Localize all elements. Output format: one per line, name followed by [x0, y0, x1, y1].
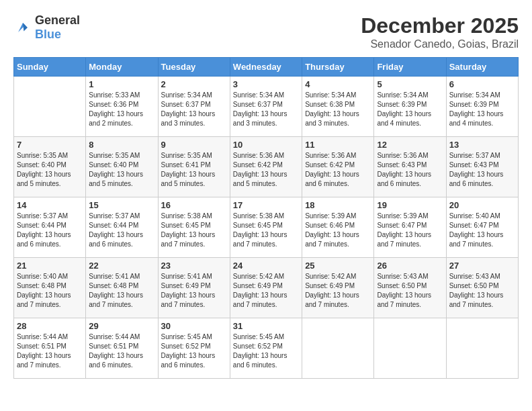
- calendar-cell: 12Sunrise: 5:36 AMSunset: 6:43 PMDayligh…: [374, 137, 446, 197]
- calendar-header-row: SundayMondayTuesdayWednesdayThursdayFrid…: [14, 58, 519, 77]
- header-day-wednesday: Wednesday: [230, 58, 302, 77]
- day-number: 24: [233, 261, 299, 271]
- day-info: Sunrise: 5:41 AMSunset: 6:48 PMDaylight:…: [89, 272, 154, 310]
- logo: General Blue: [13, 13, 80, 42]
- day-number: 3: [233, 79, 299, 89]
- calendar-cell: 27Sunrise: 5:43 AMSunset: 6:50 PMDayligh…: [446, 258, 518, 318]
- day-number: 20: [449, 200, 515, 210]
- day-number: 22: [89, 261, 154, 271]
- logo-text: General Blue: [35, 13, 80, 42]
- header-day-saturday: Saturday: [446, 58, 518, 77]
- day-number: 18: [305, 200, 371, 210]
- day-number: 6: [449, 79, 515, 89]
- calendar-cell: 30Sunrise: 5:45 AMSunset: 6:52 PMDayligh…: [158, 318, 230, 379]
- day-info: Sunrise: 5:39 AMSunset: 6:46 PMDaylight:…: [305, 212, 371, 249]
- day-number: 1: [89, 79, 154, 89]
- calendar-cell: 24Sunrise: 5:42 AMSunset: 6:49 PMDayligh…: [230, 258, 302, 318]
- calendar-week-row: 21Sunrise: 5:40 AMSunset: 6:48 PMDayligh…: [14, 258, 519, 318]
- title-area: December 2025 Senador Canedo, Goias, Bra…: [361, 13, 519, 50]
- day-info: Sunrise: 5:36 AMSunset: 6:42 PMDaylight:…: [305, 151, 371, 189]
- calendar-cell: 14Sunrise: 5:37 AMSunset: 6:44 PMDayligh…: [14, 197, 86, 258]
- calendar-cell: 2Sunrise: 5:34 AMSunset: 6:37 PMDaylight…: [158, 77, 230, 137]
- day-number: 2: [161, 79, 227, 89]
- day-number: 12: [377, 140, 443, 150]
- month-title: December 2025: [361, 13, 519, 38]
- day-number: 16: [161, 200, 227, 210]
- calendar-cell: 11Sunrise: 5:36 AMSunset: 6:42 PMDayligh…: [302, 137, 374, 197]
- day-number: 17: [233, 200, 299, 210]
- day-info: Sunrise: 5:34 AMSunset: 6:39 PMDaylight:…: [377, 91, 443, 128]
- calendar-cell: 28Sunrise: 5:44 AMSunset: 6:51 PMDayligh…: [14, 318, 86, 379]
- day-number: 7: [17, 140, 83, 150]
- day-info: Sunrise: 5:45 AMSunset: 6:52 PMDaylight:…: [233, 332, 299, 370]
- calendar-cell: 29Sunrise: 5:44 AMSunset: 6:51 PMDayligh…: [86, 318, 158, 379]
- day-number: 19: [377, 200, 443, 210]
- svg-marker-1: [23, 23, 28, 32]
- day-number: 26: [377, 261, 443, 271]
- day-number: 31: [233, 321, 299, 331]
- day-info: Sunrise: 5:40 AMSunset: 6:48 PMDaylight:…: [17, 272, 83, 310]
- day-info: Sunrise: 5:36 AMSunset: 6:42 PMDaylight:…: [233, 151, 299, 189]
- calendar-cell: 10Sunrise: 5:36 AMSunset: 6:42 PMDayligh…: [230, 137, 302, 197]
- header-day-monday: Monday: [86, 58, 158, 77]
- day-number: 14: [17, 200, 83, 210]
- day-number: 9: [161, 140, 227, 150]
- day-number: 13: [449, 140, 515, 150]
- calendar-cell: [14, 77, 86, 137]
- day-info: Sunrise: 5:43 AMSunset: 6:50 PMDaylight:…: [449, 272, 515, 310]
- day-info: Sunrise: 5:45 AMSunset: 6:52 PMDaylight:…: [161, 332, 227, 370]
- day-info: Sunrise: 5:34 AMSunset: 6:37 PMDaylight:…: [233, 91, 299, 128]
- calendar-cell: 7Sunrise: 5:35 AMSunset: 6:40 PMDaylight…: [14, 137, 86, 197]
- calendar-cell: 25Sunrise: 5:42 AMSunset: 6:49 PMDayligh…: [302, 258, 374, 318]
- day-info: Sunrise: 5:44 AMSunset: 6:51 PMDaylight:…: [17, 332, 83, 370]
- day-number: 29: [89, 321, 154, 331]
- calendar-cell: 16Sunrise: 5:38 AMSunset: 6:45 PMDayligh…: [158, 197, 230, 258]
- day-number: 30: [161, 321, 227, 331]
- day-number: 10: [233, 140, 299, 150]
- day-info: Sunrise: 5:33 AMSunset: 6:36 PMDaylight:…: [89, 91, 154, 128]
- day-info: Sunrise: 5:34 AMSunset: 6:39 PMDaylight:…: [449, 91, 515, 128]
- calendar-cell: 31Sunrise: 5:45 AMSunset: 6:52 PMDayligh…: [230, 318, 302, 379]
- day-info: Sunrise: 5:36 AMSunset: 6:43 PMDaylight:…: [377, 151, 443, 189]
- calendar-cell: 13Sunrise: 5:37 AMSunset: 6:43 PMDayligh…: [446, 137, 518, 197]
- logo-bird-icon: [13, 18, 32, 37]
- day-number: 27: [449, 261, 515, 271]
- day-info: Sunrise: 5:34 AMSunset: 6:38 PMDaylight:…: [305, 91, 371, 128]
- calendar-week-row: 28Sunrise: 5:44 AMSunset: 6:51 PMDayligh…: [14, 318, 519, 379]
- calendar-cell: 9Sunrise: 5:35 AMSunset: 6:41 PMDaylight…: [158, 137, 230, 197]
- day-info: Sunrise: 5:37 AMSunset: 6:44 PMDaylight:…: [89, 212, 154, 249]
- calendar-cell: 21Sunrise: 5:40 AMSunset: 6:48 PMDayligh…: [14, 258, 86, 318]
- calendar-week-row: 14Sunrise: 5:37 AMSunset: 6:44 PMDayligh…: [14, 197, 519, 258]
- day-number: 25: [305, 261, 371, 271]
- day-number: 28: [17, 321, 83, 331]
- day-info: Sunrise: 5:38 AMSunset: 6:45 PMDaylight:…: [233, 212, 299, 249]
- calendar-cell: 17Sunrise: 5:38 AMSunset: 6:45 PMDayligh…: [230, 197, 302, 258]
- day-number: 21: [17, 261, 83, 271]
- calendar-cell: 18Sunrise: 5:39 AMSunset: 6:46 PMDayligh…: [302, 197, 374, 258]
- header-day-sunday: Sunday: [14, 58, 86, 77]
- day-info: Sunrise: 5:43 AMSunset: 6:50 PMDaylight:…: [377, 272, 443, 310]
- calendar-cell: 4Sunrise: 5:34 AMSunset: 6:38 PMDaylight…: [302, 77, 374, 137]
- calendar-cell: 23Sunrise: 5:41 AMSunset: 6:49 PMDayligh…: [158, 258, 230, 318]
- calendar-cell: 22Sunrise: 5:41 AMSunset: 6:48 PMDayligh…: [86, 258, 158, 318]
- day-info: Sunrise: 5:35 AMSunset: 6:41 PMDaylight:…: [161, 151, 227, 189]
- header-day-thursday: Thursday: [302, 58, 374, 77]
- day-info: Sunrise: 5:37 AMSunset: 6:43 PMDaylight:…: [449, 151, 515, 189]
- day-info: Sunrise: 5:39 AMSunset: 6:47 PMDaylight:…: [377, 212, 443, 249]
- calendar-table: SundayMondayTuesdayWednesdayThursdayFrid…: [13, 57, 519, 379]
- day-number: 8: [89, 140, 154, 150]
- day-info: Sunrise: 5:44 AMSunset: 6:51 PMDaylight:…: [89, 332, 154, 370]
- header-day-friday: Friday: [374, 58, 446, 77]
- calendar-cell: 19Sunrise: 5:39 AMSunset: 6:47 PMDayligh…: [374, 197, 446, 258]
- day-info: Sunrise: 5:35 AMSunset: 6:40 PMDaylight:…: [17, 151, 83, 189]
- day-info: Sunrise: 5:38 AMSunset: 6:45 PMDaylight:…: [161, 212, 227, 249]
- calendar-cell: [446, 318, 518, 379]
- day-info: Sunrise: 5:41 AMSunset: 6:49 PMDaylight:…: [161, 272, 227, 310]
- day-info: Sunrise: 5:35 AMSunset: 6:40 PMDaylight:…: [89, 151, 154, 189]
- calendar-week-row: 7Sunrise: 5:35 AMSunset: 6:40 PMDaylight…: [14, 137, 519, 197]
- calendar-cell: 8Sunrise: 5:35 AMSunset: 6:40 PMDaylight…: [86, 137, 158, 197]
- calendar-cell: 5Sunrise: 5:34 AMSunset: 6:39 PMDaylight…: [374, 77, 446, 137]
- calendar-cell: 15Sunrise: 5:37 AMSunset: 6:44 PMDayligh…: [86, 197, 158, 258]
- calendar-cell: 3Sunrise: 5:34 AMSunset: 6:37 PMDaylight…: [230, 77, 302, 137]
- header: General Blue December 2025 Senador Caned…: [13, 13, 519, 50]
